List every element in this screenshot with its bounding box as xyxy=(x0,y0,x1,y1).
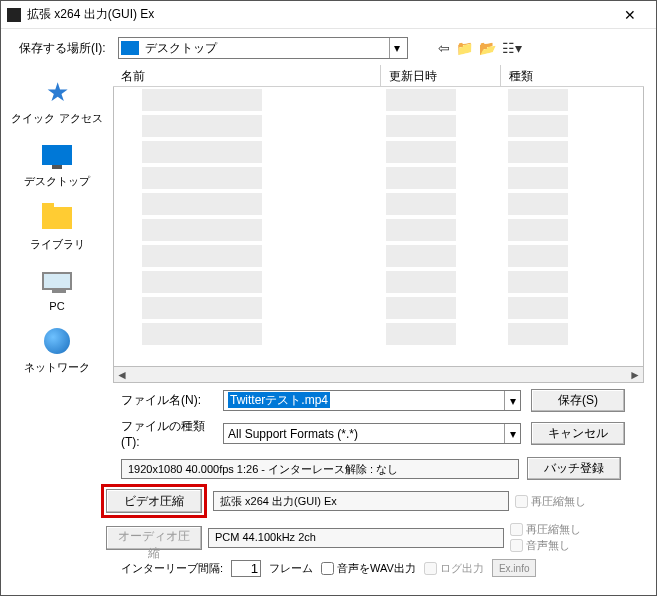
save-in-label: 保存する場所(I): xyxy=(19,40,106,57)
filename-value: Twitterテスト.mp4 xyxy=(228,392,330,408)
list-header: 名前 更新日時 種類 xyxy=(113,65,644,87)
audio-codec-row: オーディオ圧縮 PCM 44.100kHz 2ch 再圧縮無し 音声無し xyxy=(101,522,656,553)
frame-unit-label: フレーム xyxy=(269,561,313,576)
sidebar-item-quickaccess[interactable]: ★ クイック アクセス xyxy=(11,77,102,126)
audio-compress-button[interactable]: オーディオ圧縮 xyxy=(106,526,202,550)
pc-icon xyxy=(42,272,72,290)
filename-input[interactable]: Twitterテスト.mp4 ▾ xyxy=(223,390,521,411)
wav-output-checkbox[interactable]: 音声をWAV出力 xyxy=(321,561,416,576)
chevron-down-icon[interactable]: ▾ xyxy=(504,424,520,443)
app-icon xyxy=(7,8,21,22)
file-list-area: 名前 更新日時 種類 ◄ ► xyxy=(113,65,644,383)
filename-label: ファイル名(N): xyxy=(121,392,213,409)
batch-register-button[interactable]: バッチ登録 xyxy=(527,457,621,480)
filetype-label: ファイルの種類(T): xyxy=(121,418,213,449)
back-icon[interactable]: ⇦ xyxy=(438,40,450,56)
list-item[interactable] xyxy=(114,113,643,139)
close-button[interactable]: ✕ xyxy=(610,1,650,29)
view-menu-icon[interactable]: ☷▾ xyxy=(502,40,522,56)
places-sidebar: ★ クイック アクセス デスクトップ ライブラリ PC ネットワーク xyxy=(1,65,113,383)
toolbar-icons: ⇦ 📁 📂 ☷▾ xyxy=(438,40,522,56)
window-title: 拡張 x264 出力(GUI) Ex xyxy=(27,6,610,23)
list-item[interactable] xyxy=(114,139,643,165)
sidebar-item-label: ネットワーク xyxy=(24,360,90,375)
dialog-window: 拡張 x264 出力(GUI) Ex ✕ 保存する場所(I): デスクトップ ▾… xyxy=(0,0,657,596)
star-icon: ★ xyxy=(46,77,69,108)
highlight-box: ビデオ圧縮 xyxy=(101,484,207,518)
location-combo[interactable]: デスクトップ ▾ xyxy=(118,37,408,59)
filetype-row: ファイルの種類(T): All Support Formats (*.*) ▾ … xyxy=(121,418,656,449)
exinfo-button[interactable]: Ex.info xyxy=(492,559,537,577)
audio-codec-text: PCM 44.100kHz 2ch xyxy=(208,528,504,548)
horizontal-scrollbar[interactable]: ◄ ► xyxy=(113,367,644,383)
list-item[interactable] xyxy=(114,295,643,321)
filetype-select[interactable]: All Support Formats (*.*) ▾ xyxy=(223,423,521,444)
monitor-icon xyxy=(42,145,72,165)
location-toolbar: 保存する場所(I): デスクトップ ▾ ⇦ 📁 📂 ☷▾ xyxy=(1,29,656,65)
sidebar-item-label: デスクトップ xyxy=(24,174,90,189)
sidebar-item-label: ライブラリ xyxy=(30,237,85,252)
list-item[interactable] xyxy=(114,191,643,217)
file-list[interactable] xyxy=(113,87,644,367)
video-info-text: 1920x1080 40.000fps 1:26 - インターレース解除 : な… xyxy=(121,459,519,479)
column-name[interactable]: 名前 xyxy=(113,65,381,86)
chevron-down-icon[interactable]: ▾ xyxy=(389,38,405,58)
interleave-row: インターリーブ間隔: フレーム 音声をWAV出力 ログ出力 Ex.info xyxy=(121,559,656,577)
video-codec-row: ビデオ圧縮 拡張 x264 出力(GUI) Ex 再圧縮無し xyxy=(101,484,656,518)
list-item[interactable] xyxy=(114,217,643,243)
interleave-label: インターリーブ間隔: xyxy=(121,561,223,576)
titlebar: 拡張 x264 出力(GUI) Ex ✕ xyxy=(1,1,656,29)
filename-row: ファイル名(N): Twitterテスト.mp4 ▾ 保存(S) xyxy=(121,389,656,412)
interleave-input[interactable] xyxy=(231,560,261,577)
filetype-value: All Support Formats (*.*) xyxy=(224,427,504,441)
sidebar-item-libraries[interactable]: ライブラリ xyxy=(30,203,85,252)
video-codec-text: 拡張 x264 出力(GUI) Ex xyxy=(213,491,509,511)
video-compress-button[interactable]: ビデオ圧縮 xyxy=(106,489,202,513)
new-folder-icon[interactable]: 📂 xyxy=(479,40,496,56)
folder-icon xyxy=(42,207,72,229)
no-recompress-checkbox[interactable]: 再圧縮無し xyxy=(515,494,586,509)
sidebar-item-label: PC xyxy=(49,300,64,312)
list-item[interactable] xyxy=(114,269,643,295)
sidebar-item-desktop[interactable]: デスクトップ xyxy=(24,140,90,189)
list-item[interactable] xyxy=(114,243,643,269)
main-area: ★ クイック アクセス デスクトップ ライブラリ PC ネットワーク xyxy=(1,65,656,383)
chevron-down-icon[interactable]: ▾ xyxy=(504,391,520,410)
list-item[interactable] xyxy=(114,165,643,191)
column-type[interactable]: 種類 xyxy=(501,65,644,86)
globe-icon xyxy=(44,328,70,354)
cancel-button[interactable]: キャンセル xyxy=(531,422,625,445)
sidebar-item-label: クイック アクセス xyxy=(11,111,102,126)
no-audio-checkbox[interactable]: 音声無し xyxy=(510,538,581,553)
video-info-row: 1920x1080 40.000fps 1:26 - インターレース解除 : な… xyxy=(121,457,656,480)
no-recompress-audio-checkbox[interactable]: 再圧縮無し xyxy=(510,522,581,537)
sidebar-item-pc[interactable]: PC xyxy=(39,266,75,312)
log-output-checkbox[interactable]: ログ出力 xyxy=(424,561,484,576)
scroll-right-icon[interactable]: ► xyxy=(627,368,643,382)
list-item[interactable] xyxy=(114,321,643,347)
scroll-left-icon[interactable]: ◄ xyxy=(114,368,130,382)
location-text: デスクトップ xyxy=(145,40,389,57)
list-item[interactable] xyxy=(114,87,643,113)
sidebar-item-network[interactable]: ネットワーク xyxy=(24,326,90,375)
save-button[interactable]: 保存(S) xyxy=(531,389,625,412)
up-folder-icon[interactable]: 📁 xyxy=(456,40,473,56)
column-date[interactable]: 更新日時 xyxy=(381,65,501,86)
desktop-icon xyxy=(121,41,139,55)
